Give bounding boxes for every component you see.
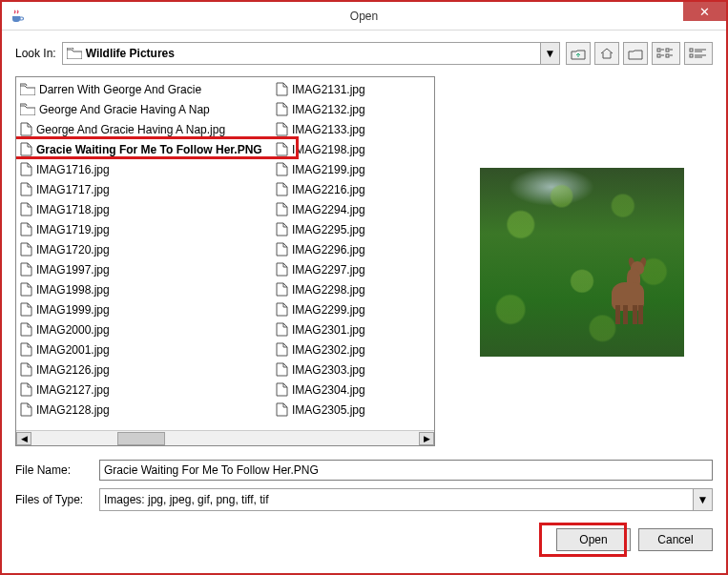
file-icon [20,182,32,196]
file-name: IMAG1716.jpg [36,163,110,176]
file-item[interactable]: IMAG2127.jpg [16,380,272,400]
file-name: IMAG1718.jpg [36,203,110,216]
file-item[interactable]: Gracie Waiting For Me To Follow Her.PNG [16,139,272,159]
file-item[interactable]: IMAG2303.jpg [272,359,415,380]
file-name: IMAG2296.jpg [292,243,365,257]
file-name: George And Gracie Having A Nap.jpg [36,123,225,136]
home-button[interactable] [594,42,619,65]
preview-pane [450,76,713,446]
nav-toolbar [566,42,713,65]
file-name: IMAG2298.jpg [292,283,365,297]
file-name: Gracie Waiting For Me To Follow Her.PNG [36,143,262,156]
file-name: IMAG1997.jpg [36,263,110,277]
new-folder-button[interactable] [623,42,648,65]
file-name: IMAG2000.jpg [36,323,110,337]
file-item[interactable]: IMAG2126.jpg [16,359,272,380]
file-list[interactable]: Darren With George And GracieGeorge And … [15,76,435,446]
file-icon [276,122,288,136]
look-in-combo[interactable]: Wildlife Pictures ▼ [62,42,560,65]
scroll-right-icon[interactable]: ▶ [419,432,434,445]
folder-item[interactable]: George And Gracie Having A Nap [16,99,272,119]
scroll-left-icon[interactable]: ◀ [16,432,31,445]
file-item[interactable]: IMAG1998.jpg [16,279,272,299]
file-item[interactable]: IMAG1717.jpg [16,179,272,199]
file-name: IMAG1719.jpg [36,223,110,236]
file-item[interactable]: IMAG1997.jpg [16,259,272,279]
file-name: IMAG2297.jpg [292,263,365,277]
file-name: IMAG2198.jpg [292,143,365,156]
file-item[interactable]: IMAG2128.jpg [16,400,272,420]
file-name: IMAG2216.jpg [292,183,365,196]
file-name: IMAG2304.jpg [292,383,365,397]
horizontal-scrollbar[interactable]: ◀ ▶ [16,430,434,445]
file-item[interactable]: IMAG2216.jpg [272,179,415,199]
file-item[interactable]: IMAG2298.jpg [272,279,415,299]
file-name: IMAG2127.jpg [36,383,110,397]
file-item[interactable]: IMAG2198.jpg [272,139,415,159]
file-icon [276,302,288,317]
file-name: IMAG2305.jpg [292,403,365,417]
file-item[interactable]: IMAG2305.jpg [272,400,415,420]
file-icon [20,142,32,156]
svg-rect-8 [690,49,693,51]
file-icon [276,142,288,156]
file-name: IMAG1999.jpg [36,303,110,317]
file-icon [276,342,288,357]
file-icon [20,202,32,216]
open-button[interactable]: Open [556,528,631,551]
file-icon [276,162,288,176]
file-name: IMAG2126.jpg [36,363,110,377]
file-name: IMAG1998.jpg [36,283,110,297]
up-one-level-button[interactable] [566,42,591,65]
file-item[interactable]: IMAG2133.jpg [272,119,415,139]
file-name: IMAG2199.jpg [292,163,365,176]
file-item[interactable]: IMAG2301.jpg [272,319,415,339]
close-button[interactable]: ✕ [683,2,726,21]
file-item[interactable]: IMAG2131.jpg [272,79,415,99]
file-icon [276,182,288,196]
file-icon [20,362,32,377]
file-item[interactable]: IMAG2295.jpg [272,219,415,239]
file-item[interactable]: IMAG2199.jpg [272,159,415,179]
file-item[interactable]: IMAG1720.jpg [16,239,272,259]
file-item[interactable]: IMAG2294.jpg [272,199,415,219]
file-item[interactable]: IMAG2297.jpg [272,259,415,279]
file-icon [20,402,32,417]
file-item[interactable]: IMAG2299.jpg [272,299,415,319]
files-of-type-value: Images: jpg, jpeg, gif, png, tiff, tif [104,493,269,506]
file-icon [20,242,32,257]
svg-rect-2 [666,49,669,51]
file-item[interactable]: IMAG1719.jpg [16,219,272,239]
file-name: IMAG2132.jpg [292,103,365,116]
file-icon [276,402,288,417]
files-of-type-label: Files of Type: [15,493,92,506]
file-item[interactable]: IMAG2001.jpg [16,339,272,359]
file-item[interactable]: IMAG2296.jpg [272,239,415,259]
file-item[interactable]: IMAG1716.jpg [16,159,272,179]
file-item[interactable]: IMAG1999.jpg [16,299,272,319]
file-icon [276,82,288,96]
file-item[interactable]: George And Gracie Having A Nap.jpg [16,119,272,139]
file-item[interactable]: IMAG2000.jpg [16,319,272,339]
file-icon [276,102,288,116]
look-in-label: Look In: [15,47,56,60]
file-icon [276,282,288,297]
scroll-thumb[interactable] [117,432,165,445]
file-icon [276,382,288,397]
file-icon [20,162,32,176]
folder-item[interactable]: Darren With George And Gracie [16,79,272,99]
files-of-type-combo[interactable]: Images: jpg, jpeg, gif, png, tiff, tif ▼ [99,488,713,511]
file-icon [20,222,32,236]
file-icon [276,262,288,277]
file-item[interactable]: IMAG2132.jpg [272,99,415,119]
file-item[interactable]: IMAG2302.jpg [272,339,415,359]
file-item[interactable]: IMAG1718.jpg [16,199,272,219]
file-name: IMAG2001.jpg [36,343,110,357]
deer-subject [606,261,652,324]
svg-rect-1 [657,54,660,57]
details-view-button[interactable] [684,42,713,65]
list-view-button[interactable] [652,42,680,65]
cancel-button[interactable]: Cancel [638,528,713,551]
file-name-input[interactable] [99,460,713,481]
file-item[interactable]: IMAG2304.jpg [272,380,415,400]
